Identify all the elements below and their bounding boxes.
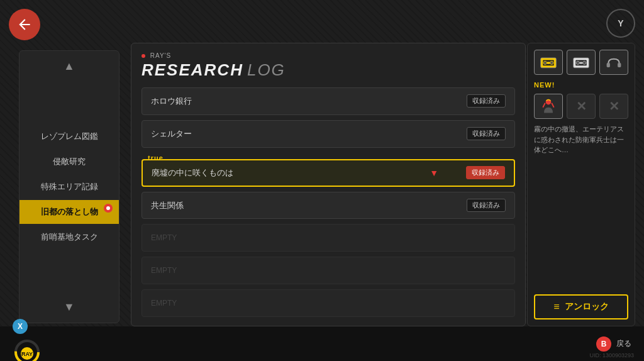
entry-1-status: 収録済み (467, 94, 506, 108)
entry-1-name: ホロウ銀行 (151, 96, 192, 107)
thumbnail-grid-bottom: ✕ ✕ (534, 94, 628, 119)
rays-dot (142, 54, 145, 58)
thumbnail-3[interactable] (599, 50, 628, 75)
bottom-bar: X RAY 51% B 戻る (0, 326, 644, 361)
log-entry-5: EMPTY (142, 224, 515, 252)
thumbnail-1[interactable] (534, 50, 563, 75)
svg-rect-10 (607, 63, 610, 67)
sidebar-item-special-area[interactable]: 特殊エリア記録 (19, 175, 119, 199)
thumbnail-5: ✕ (567, 94, 596, 119)
sidebar-arrow-up[interactable]: ▲ (64, 57, 75, 75)
sidebar-items-list: レゾプレム図鑑 侵敵研究 特殊エリア記録 旧都の落とし物 前哨基地タスク (19, 75, 119, 298)
sidebar-arrow-down[interactable]: ▼ (64, 298, 75, 316)
back-button-topleft[interactable] (9, 9, 40, 40)
research-log-header: RAY'S RESEARCH LOG (142, 52, 515, 80)
svg-point-8 (583, 61, 586, 64)
svg-rect-4 (547, 62, 550, 64)
entry-7-name: EMPTY (151, 299, 177, 308)
entry-3-status: 収録済み (466, 166, 505, 179)
empty-x-5: ✕ (576, 99, 587, 114)
entry-3-name: 廃墟の中に咲くものは (152, 167, 233, 179)
sidebar-item-rezoplem[interactable]: レゾプレム図鑑 (19, 125, 119, 148)
y-button[interactable]: Y (606, 9, 635, 38)
right-panel: NEW! ✕ ✕ 霧の中の撤退、エーテリアスに惑わされた防衛軍兵士は一体どこへ…… (527, 43, 635, 326)
sidebar-item-old-lost[interactable]: 旧都の落とし物 (19, 200, 119, 224)
b-button[interactable]: B (596, 336, 611, 352)
entry-4-name: 共生関係 (151, 200, 184, 211)
x-button-row: X (13, 319, 33, 334)
log-entry-2[interactable]: シェルター 収録済み (142, 120, 515, 148)
x-button[interactable]: X (13, 319, 28, 334)
sidebar: ▲ レゾプレム図鑑 侵敵研究 特殊エリア記録 旧都の落とし物 前哨基地タスク ▼ (19, 50, 119, 323)
entry-2-name: シェルター (151, 128, 192, 140)
log-entry-1[interactable]: ホロウ銀行 収録済み (142, 87, 515, 115)
svg-point-2 (543, 61, 547, 64)
rays-label: RAY'S (142, 52, 286, 59)
unlock-button[interactable]: ≡ アンロック (534, 294, 628, 319)
new-row-label: NEW! (534, 81, 628, 89)
bottom-left: X RAY 51% (13, 319, 42, 362)
title-log: LOG (247, 60, 286, 80)
warn-icon-3: ▼ (430, 168, 438, 178)
entry-5-name: EMPTY (151, 233, 177, 242)
progress-icon: RAY (13, 338, 42, 362)
log-entry-7: EMPTY (142, 289, 515, 317)
notification-badge (104, 204, 113, 213)
svg-point-3 (550, 61, 553, 64)
thumbnail-4[interactable] (534, 94, 563, 119)
title-research: RESEARCH (142, 60, 243, 80)
entry-6-name: EMPTY (151, 266, 177, 275)
svg-rect-11 (618, 63, 621, 67)
log-entry-6: EMPTY (142, 257, 515, 284)
unlock-label: アンロック (565, 301, 609, 313)
thumbnail-grid-top (534, 50, 628, 75)
y-label: Y (618, 18, 623, 28)
log-entry-3[interactable]: true 廃墟の中に咲くものは ▼ 収録済み (142, 159, 515, 187)
svg-line-13 (543, 103, 545, 108)
main-panel: RAY'S RESEARCH LOG ホロウ銀行 収録済み シェルター 収録済み… (131, 43, 526, 326)
svg-text:RAY: RAY (21, 351, 33, 357)
new-badge-3: true (148, 154, 164, 162)
svg-line-14 (552, 103, 554, 108)
svg-rect-9 (579, 62, 582, 64)
sidebar-item-invasion[interactable]: 侵敵研究 (19, 150, 119, 174)
sidebar-item-frontbase[interactable]: 前哨基地タスク (19, 225, 119, 249)
log-entry-4[interactable]: 共生関係 収録済み (142, 192, 515, 219)
right-description: 霧の中の撤退、エーテリアスに惑わされた防衛軍兵士は一体どこへ… (534, 124, 628, 289)
entry-2-status: 収録済み (467, 127, 506, 140)
b-button-label: 戻る (616, 338, 631, 349)
entry-4-status: 収録済み (467, 199, 506, 212)
empty-x-6: ✕ (609, 99, 619, 114)
thumbnail-2[interactable] (567, 50, 596, 75)
uid-text: UID: 1300903293 (589, 352, 634, 358)
menu-icon: ≡ (553, 301, 559, 313)
bottom-right: B 戻る (596, 336, 631, 352)
svg-point-7 (576, 61, 579, 64)
thumbnail-6: ✕ (599, 94, 628, 119)
